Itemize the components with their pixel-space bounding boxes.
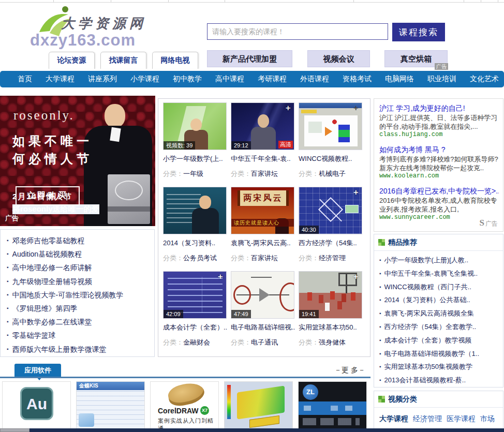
- video-card[interactable]: 47:49 电子电路基础详细视.. 分类：电子通讯: [231, 271, 298, 355]
- software-card-zl-site[interactable]: ZL: [298, 381, 367, 429]
- video-title[interactable]: 2014（复习资料..: [163, 239, 230, 247]
- video-card[interactable]: 2014（复习资料.. 分类：公务员考试: [163, 187, 230, 271]
- video-thumbnail[interactable]: 两宋风云 读历史就是读人心: [231, 187, 294, 234]
- coreldraw-name: CorelDRAW: [158, 407, 199, 415]
- search-input[interactable]: [207, 23, 388, 40]
- left-link[interactable]: 高中地理必修一名师讲解: [7, 261, 154, 274]
- featured-link[interactable]: 2014（复习资料）公共基础..: [384, 296, 470, 304]
- video-title[interactable]: 电子电路基础详细视..: [231, 323, 298, 332]
- software-card-coreldraw[interactable]: CorelDRAW X7 案例实战从入门到精通: [150, 381, 219, 429]
- banner-buy-now-button[interactable]: 立即购买: [16, 186, 80, 205]
- text-ad[interactable]: 2016自考章程已发布,中专院校一览>.. 2016中专院校名单发布,成人教育院…: [379, 186, 499, 221]
- tab-web-tv[interactable]: 网络电视: [152, 52, 198, 69]
- text-ad[interactable]: 如何成为考博 黑马 ? 考博到底有多难?择校难?如何联系导师?新东方在线考博院校…: [379, 145, 499, 180]
- nav-certification[interactable]: 资格考试: [343, 75, 372, 84]
- video-card[interactable]: ＋ 19:41 实用篮球基本功50.. 分类：强身健体: [299, 271, 366, 355]
- left-link[interactable]: 零基础学篮球: [7, 329, 154, 342]
- software-card-kingdee-kis[interactable]: 金蝶KIS: [76, 381, 145, 429]
- search-button[interactable]: 课程搜索: [392, 23, 445, 41]
- video-card[interactable]: ＋ WINCC视频教程.. 分类：机械电子: [299, 102, 366, 187]
- video-title[interactable]: 成本会计学（全套）..: [163, 323, 230, 332]
- category-link[interactable]: 强身健体: [319, 338, 346, 346]
- plus-icon: ＋: [352, 187, 360, 197]
- category-link[interactable]: 经济管理: [319, 254, 346, 262]
- left-link[interactable]: 高中数学必修二在线课堂: [7, 315, 154, 329]
- video-thumbnail[interactable]: ＋: [299, 102, 362, 150]
- ad-body: 考博到底有多难?择校难?如何联系导师?新东方在线考博院校帮你一起攻克..: [379, 155, 499, 172]
- featured-link[interactable]: 中华五千年全集-袁腾飞全集视..: [384, 270, 478, 277]
- tab-application-software[interactable]: 应用软件: [14, 364, 61, 377]
- video-thumbnail[interactable]: 视频数: 39: [163, 102, 227, 150]
- software-card-audition[interactable]: Au: [2, 381, 71, 429]
- video-card[interactable]: ＋ 40:30 西方经济学（54集.. 分类：经济管理: [299, 187, 366, 271]
- video-card[interactable]: ＋ 42:09 成本会计学（全套）.. 分类：金融财会: [163, 271, 230, 355]
- nav-university-courses[interactable]: 大学课程: [46, 75, 75, 84]
- nav-foreign-language[interactable]: 外语课程: [300, 75, 329, 84]
- category-economics[interactable]: 经济管理: [413, 414, 442, 423]
- promo-video-conference[interactable]: 视频会议: [307, 50, 370, 67]
- video-thumbnail[interactable]: [163, 187, 227, 234]
- site-logo[interactable]: 大学资源网 dxzy163.com: [27, 4, 177, 54]
- featured-link[interactable]: 2013会计基础视频教程-蔡..: [384, 376, 466, 384]
- left-link[interactable]: Audition基础视频教程: [7, 247, 154, 261]
- left-link[interactable]: 西师版六年级上册数学微课堂: [7, 342, 154, 356]
- video-card[interactable]: 两宋风云 读历史就是读人心 袁腾飞-两宋风云高.. 分类：百家讲坛: [231, 187, 298, 271]
- nav-primary-school[interactable]: 小学课程: [130, 75, 159, 84]
- featured-link[interactable]: 实用篮球基本功50集视频教学: [384, 363, 472, 370]
- category-university[interactable]: 大学课程: [379, 414, 408, 423]
- category-link[interactable]: 百家讲坛: [251, 254, 278, 262]
- ad-title[interactable]: 沪江 学习,成为更好的自己!: [379, 103, 499, 113]
- nav-culture-art[interactable]: 文化艺术: [470, 75, 499, 84]
- video-card[interactable]: ＋ 29:12 高清 中华五千年全集-袁.. 分类：百家讲坛: [231, 102, 298, 187]
- category-link[interactable]: 机械电子: [319, 170, 346, 177]
- ad-url[interactable]: class.hujiang.com: [379, 131, 499, 138]
- nav-home[interactable]: 首页: [18, 75, 32, 84]
- category-label: 分类：: [163, 254, 183, 262]
- video-title[interactable]: 袁腾飞-两宋风云高..: [231, 239, 298, 247]
- promo-agent-join[interactable]: 新产品代理加盟: [207, 50, 292, 67]
- category-link[interactable]: 百家讲坛: [251, 170, 278, 177]
- left-link[interactable]: 邓老师吉他零基础教程: [7, 234, 154, 247]
- video-title[interactable]: 西方经济学（54集..: [299, 239, 366, 247]
- nav-postgrad[interactable]: 考研课程: [258, 75, 287, 84]
- left-link[interactable]: 九年级物理全册辅导视频: [7, 275, 154, 288]
- featured-link[interactable]: 袁腾飞-两宋风云高清视频全集: [384, 309, 474, 317]
- roseonly-banner-ad[interactable]: roseonly. 如果不唯一 何必情人节 2月14日情人节 将roseonly…: [0, 96, 155, 226]
- video-title[interactable]: 中华五千年全集-袁..: [231, 155, 298, 163]
- left-link[interactable]: 《罗辑思维》第四季: [7, 302, 154, 315]
- video-thumbnail[interactable]: ＋ 42:09: [163, 271, 227, 319]
- featured-link[interactable]: 小学一年级数学(上册)[人教..: [384, 256, 469, 264]
- featured-link[interactable]: WINCC视频教程（西门子共..: [384, 283, 471, 291]
- tab-course-request[interactable]: 找课留言: [100, 52, 146, 69]
- video-thumbnail[interactable]: 47:49: [231, 271, 294, 319]
- featured-link[interactable]: 电子电路基础详细视频教学（1..: [384, 350, 479, 357]
- featured-link[interactable]: 成本会计学（全套）教学视频: [384, 336, 472, 344]
- category-link[interactable]: 电子通讯: [251, 338, 278, 346]
- video-thumbnail[interactable]: ＋ 40:30: [299, 187, 362, 234]
- promo-vacuum-oven[interactable]: 真空烘箱 广告: [384, 50, 448, 67]
- ad-url[interactable]: www.koolearn.com: [379, 172, 499, 180]
- category-link[interactable]: 金融财会: [183, 338, 210, 346]
- category-medical[interactable]: 医学课程: [447, 414, 476, 423]
- video-thumbnail[interactable]: ＋ 19:41: [299, 271, 362, 319]
- video-title[interactable]: 实用篮球基本功50..: [299, 323, 366, 332]
- category-link[interactable]: 一年级: [183, 170, 203, 177]
- featured-link[interactable]: 西方经济学（54集）全套教学..: [384, 323, 477, 331]
- tab-forum-resources[interactable]: 论坛资源: [49, 52, 95, 69]
- left-link[interactable]: 中国地质大学-可靠性理论视频教学: [7, 288, 154, 302]
- category-link[interactable]: 公务员考试: [183, 254, 217, 262]
- video-title[interactable]: 小学一年级数学(上..: [163, 155, 230, 163]
- nav-computer-network[interactable]: 电脑网络: [385, 75, 414, 84]
- nav-junior-high[interactable]: 初中教学: [173, 75, 202, 84]
- software-card-cfd-simulation[interactable]: [224, 381, 293, 429]
- nav-lecture-series[interactable]: 讲座系列: [88, 75, 117, 84]
- nav-senior-high[interactable]: 高中课程: [215, 75, 244, 84]
- more-link[interactable]: －更 多－: [334, 366, 365, 375]
- video-thumbnail[interactable]: ＋ 29:12 高清: [231, 102, 294, 150]
- text-ad[interactable]: 沪江 学习,成为更好的自己! 沪江 沪江,提供英、日、法等多语种学习的平台,动动…: [379, 103, 499, 138]
- video-title[interactable]: WINCC视频教程..: [299, 155, 366, 163]
- ad-title[interactable]: 2016自考章程已发布,中专院校一览>..: [379, 186, 499, 196]
- video-card[interactable]: 视频数: 39 小学一年级数学(上.. 分类：一年级: [163, 102, 230, 187]
- nav-vocational[interactable]: 职业培训: [427, 75, 456, 84]
- ad-title[interactable]: 如何成为考博 黑马 ?: [379, 145, 499, 155]
